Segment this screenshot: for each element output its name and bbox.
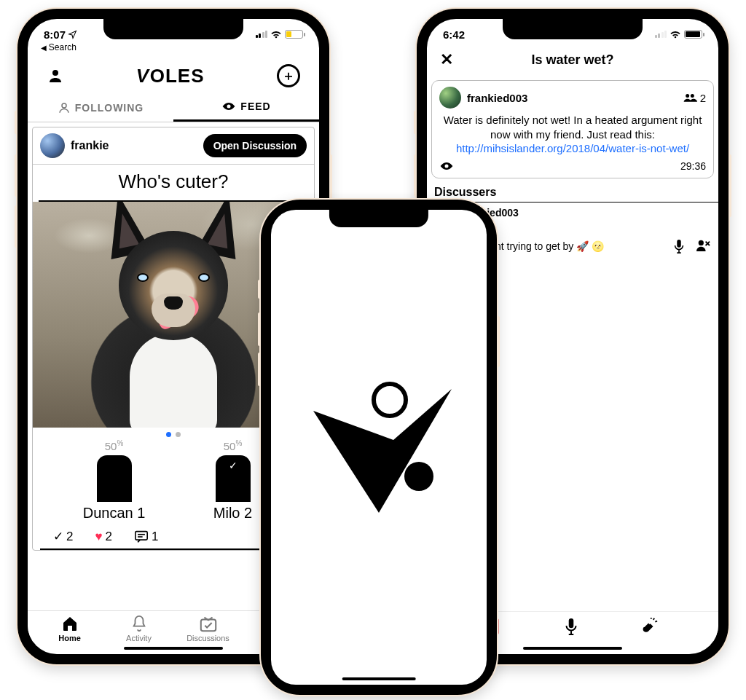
- person-outline-icon: [58, 101, 71, 114]
- people-count: 2: [683, 92, 706, 104]
- discussion-body: Water is definitely not wet! In a heated…: [439, 109, 706, 157]
- svg-point-0: [52, 70, 58, 76]
- check-icon: ✓: [229, 460, 237, 471]
- eye-icon: [439, 161, 454, 171]
- option1-pct: 50: [105, 440, 117, 452]
- wifi-icon: [270, 30, 282, 39]
- stat-likes[interactable]: ♥2: [95, 530, 112, 544]
- page-title: Is water wet?: [531, 52, 613, 68]
- stat-comments[interactable]: 1: [134, 530, 158, 544]
- tv-check-icon: [199, 614, 218, 633]
- mic-icon[interactable]: [673, 239, 685, 253]
- profile-icon[interactable]: [47, 67, 64, 84]
- svg-point-20: [374, 384, 406, 416]
- splash-logo: [271, 210, 487, 685]
- signal-icon: [256, 31, 268, 38]
- comment-icon: [134, 530, 149, 543]
- svg-point-9: [690, 94, 694, 98]
- option1-label: Duncan 1: [83, 505, 146, 522]
- svg-point-1: [62, 103, 66, 108]
- phone-center: [261, 200, 497, 695]
- discussion-card: frankied003 2 Water is definitely not we…: [431, 80, 714, 178]
- home-icon: [61, 614, 79, 633]
- svg-line-18: [655, 621, 657, 622]
- post-question: Who's cuter?: [39, 165, 308, 202]
- option2-label: Milo 2: [213, 505, 252, 522]
- svg-rect-16: [569, 618, 574, 628]
- avatar: [439, 87, 461, 109]
- nav-home[interactable]: Home: [44, 614, 96, 642]
- app-logo: VOLES: [136, 65, 204, 87]
- tab-feed[interactable]: FEED: [173, 93, 319, 122]
- post-author-name: frankie: [71, 139, 109, 152]
- post-author[interactable]: frankie: [40, 133, 109, 158]
- svg-point-8: [686, 94, 689, 98]
- tab-following[interactable]: FOLLOWING: [28, 93, 173, 122]
- status-time: 6:42: [443, 28, 465, 41]
- tab-following-label: FOLLOWING: [75, 102, 144, 114]
- mic-icon[interactable]: [565, 618, 578, 635]
- check-icon: ✓: [53, 529, 63, 544]
- svg-point-11: [699, 240, 704, 245]
- remove-user-icon[interactable]: [695, 239, 711, 253]
- people-icon: [683, 93, 697, 103]
- nav-activity[interactable]: Activity: [113, 614, 165, 642]
- avatar: [40, 133, 65, 158]
- heart-icon: ♥: [95, 530, 102, 544]
- discussion-author[interactable]: frankied003: [439, 87, 527, 109]
- bell-icon: [131, 614, 147, 633]
- location-arrow-icon: [68, 30, 77, 39]
- discussers-heading: Discussers: [427, 181, 718, 202]
- stat-votes[interactable]: ✓2: [53, 529, 73, 544]
- clap-icon[interactable]: [640, 618, 658, 635]
- signal-icon: [655, 31, 667, 38]
- svg-line-17: [653, 618, 655, 620]
- discussion-link[interactable]: http://mihsislander.org/2018/04/water-is…: [456, 142, 689, 154]
- status-time: 8:07: [44, 28, 66, 41]
- eye-icon: [221, 101, 236, 111]
- nav-discussions[interactable]: Discussions: [182, 614, 235, 642]
- option2-pct: 50: [224, 440, 236, 452]
- tab-feed-label: FEED: [240, 101, 270, 112]
- wifi-icon: [670, 30, 681, 39]
- close-button[interactable]: ✕: [440, 50, 453, 69]
- open-discussion-button[interactable]: Open Discussion: [203, 134, 307, 157]
- vote-option-1[interactable]: 50% Duncan 1: [71, 439, 158, 522]
- svg-point-21: [404, 462, 433, 491]
- svg-rect-2: [136, 531, 147, 539]
- battery-icon: [684, 30, 702, 39]
- back-to-search[interactable]: Search: [28, 42, 319, 52]
- add-button[interactable]: ＋: [277, 64, 300, 87]
- svg-rect-10: [677, 239, 680, 247]
- discussion-timer: 29:36: [680, 160, 706, 172]
- battery-icon: [285, 30, 303, 39]
